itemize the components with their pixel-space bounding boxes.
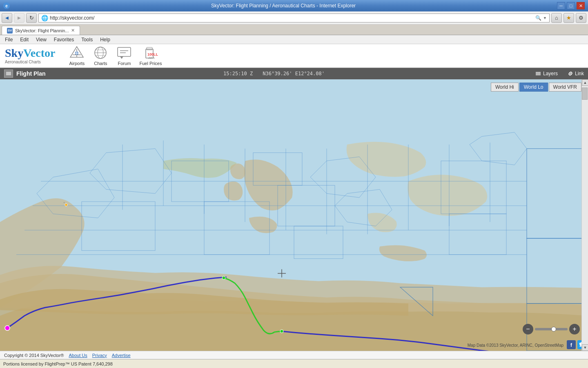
layers-label: Layers	[543, 71, 558, 76]
map-container[interactable]: + World Hi World Lo World VFR − + Map Da…	[0, 79, 588, 351]
menu-view[interactable]: View	[33, 36, 50, 43]
link-button[interactable]: Link	[568, 71, 584, 76]
settings-icon: ⚙	[579, 15, 584, 21]
airports-icon	[68, 45, 85, 60]
facebook-button[interactable]: f	[567, 340, 576, 349]
svg-rect-11	[118, 47, 131, 56]
lock-icon: 🌐	[41, 15, 48, 21]
maximize-icon: □	[570, 3, 572, 8]
forward-button[interactable]: ►	[14, 13, 24, 23]
svg-rect-16	[147, 47, 152, 50]
svg-rect-19	[6, 72, 11, 73]
zoom-in-button[interactable]: +	[569, 324, 580, 334]
copyright-bar: Copyright © 2014 SkyVector® About Us Pri…	[0, 351, 588, 359]
svg-marker-12	[120, 56, 123, 59]
home-icon: ⌂	[555, 15, 558, 21]
url-search-icon: 🔍	[535, 15, 541, 21]
scrollbar-thumb[interactable]	[582, 88, 588, 100]
tab-favicon: SV	[7, 28, 13, 34]
svg-point-61	[280, 330, 283, 333]
back-button[interactable]: ◄	[2, 13, 12, 23]
menu-favorites[interactable]: Favorites	[51, 36, 77, 43]
home-button[interactable]: ⌂	[551, 13, 562, 23]
svg-point-59	[65, 204, 67, 206]
nav-forum[interactable]: Forum	[116, 45, 133, 66]
copyright-text: Copyright © 2014 SkyVector®	[4, 353, 64, 358]
logo-vector: Vector	[23, 47, 55, 59]
scroll-up-button[interactable]: ▲	[582, 79, 588, 86]
address-bar: ◄ ► ↻ 🌐 http://skyvector.com/ 🔍 ▼ ⌂ ★ ⚙	[0, 11, 588, 25]
flight-plan-title: Flight Plan	[16, 70, 220, 77]
svg-point-60	[222, 276, 225, 280]
charts-label: Charts	[94, 61, 107, 66]
nav-charts[interactable]: Charts	[92, 45, 109, 66]
forward-arrow-icon: ►	[17, 15, 22, 21]
url-text: http://skyvector.com/	[50, 15, 534, 21]
svg-rect-24	[536, 74, 541, 75]
chart-buttons: World Hi World Lo World VFR	[491, 83, 581, 92]
close-button[interactable]: ✕	[577, 2, 585, 9]
tab-skyvector[interactable]: SV SkyVector: Flight Plannin... ✕	[2, 26, 80, 35]
maximize-button[interactable]: □	[567, 2, 575, 9]
nav-airports[interactable]: Airports	[68, 45, 85, 66]
link-label: Link	[575, 71, 584, 76]
menu-file[interactable]: File	[2, 36, 16, 43]
logo-subtitle: Aeronautical Charts	[5, 60, 41, 64]
zoom-plus-icon: +	[572, 325, 576, 333]
footer-text: Portions licensed by FlightPrep™ US Pate…	[3, 361, 113, 366]
flight-plan-coords: N36°39.26' E12°24.08'	[263, 71, 325, 76]
advertise-link[interactable]: Advertise	[112, 353, 131, 358]
refresh-button[interactable]: ↻	[26, 13, 37, 23]
zoom-slider-track[interactable]	[535, 328, 568, 330]
menu-edit[interactable]: Edit	[17, 36, 32, 43]
airports-label: Airports	[69, 61, 85, 66]
scroll-down-button[interactable]: ▼	[582, 344, 588, 351]
back-arrow-icon: ◄	[4, 15, 10, 21]
svg-text:Jet A: Jet A	[148, 56, 155, 59]
svg-rect-20	[6, 73, 11, 74]
window-title: SkyVector: Flight Planning / Aeronautica…	[211, 3, 356, 9]
nav-fuel[interactable]: 100LL Jet A Fuel Prices	[139, 45, 162, 66]
tab-label: SkyVector: Flight Plannin...	[15, 28, 69, 33]
svg-text:+: +	[63, 201, 65, 204]
facebook-icon: f	[570, 342, 572, 348]
about-us-link[interactable]: About Us	[69, 353, 87, 358]
zoom-slider-thumb[interactable]	[551, 327, 556, 332]
scrollbar-right[interactable]: ▲ ▼	[581, 79, 588, 351]
zoom-out-button[interactable]: −	[523, 324, 533, 334]
zoom-controls: − +	[523, 324, 580, 334]
world-hi-button[interactable]: World Hi	[491, 83, 519, 92]
menu-help[interactable]: Help	[97, 36, 114, 43]
ie-logo-text: e	[5, 4, 8, 8]
settings-button[interactable]: ⚙	[576, 13, 586, 23]
menu-tools[interactable]: Tools	[78, 36, 96, 43]
minimize-button[interactable]: ─	[557, 2, 565, 9]
url-box[interactable]: 🌐 http://skyvector.com/ 🔍 ▼	[38, 13, 550, 22]
footer-bar: Portions licensed by FlightPrep™ US Pate…	[0, 359, 588, 368]
fuel-icon: 100LL Jet A	[142, 45, 159, 60]
svg-rect-21	[6, 74, 11, 75]
tab-close-icon[interactable]: ✕	[71, 28, 75, 33]
layers-button[interactable]: Layers	[535, 70, 558, 77]
world-lo-button[interactable]: World Lo	[519, 83, 548, 92]
dropdown-arrow-icon[interactable]: ▼	[543, 16, 547, 20]
map-svg: +	[0, 79, 588, 351]
zoom-minus-icon: −	[526, 325, 530, 333]
logo-sky: Sky	[5, 47, 23, 59]
svg-rect-22	[536, 72, 541, 73]
forum-label: Forum	[118, 61, 131, 66]
refresh-icon: ↻	[29, 15, 34, 21]
fuel-label: Fuel Prices	[139, 61, 162, 66]
svg-text:100LL: 100LL	[147, 52, 158, 56]
privacy-link[interactable]: Privacy	[92, 353, 107, 358]
skyvector-logo[interactable]: SkyVector Aeronautical Charts	[5, 47, 55, 64]
minimize-icon: ─	[559, 3, 563, 8]
flight-plan-bar: Flight Plan 15:25:10 Z N36°39.26' E12°24…	[0, 68, 588, 79]
flight-plan-toggle[interactable]	[4, 70, 13, 78]
logo-text: SkyVector	[5, 47, 55, 59]
svg-rect-23	[536, 73, 541, 74]
charts-icon	[92, 45, 109, 60]
favorites-button[interactable]: ★	[564, 13, 574, 23]
world-vfr-button[interactable]: World VFR	[549, 83, 581, 92]
tab-bar: SV SkyVector: Flight Plannin... ✕	[0, 25, 588, 35]
